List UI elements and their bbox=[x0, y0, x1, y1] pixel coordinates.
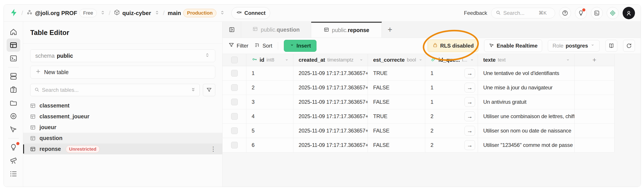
table-search[interactable] bbox=[30, 84, 200, 96]
breadcrumb-org[interactable]: @joli.org PROF Free bbox=[26, 9, 97, 17]
connect-button[interactable]: Connect bbox=[231, 7, 270, 19]
cell-est-correcte[interactable]: FALSE bbox=[368, 124, 425, 138]
cell-empty[interactable] bbox=[574, 124, 614, 138]
rail-table-editor-icon[interactable] bbox=[6, 39, 20, 52]
add-column-button[interactable]: + bbox=[574, 54, 614, 66]
filter-button[interactable]: Filter bbox=[228, 42, 248, 50]
table-list-item-classement[interactable]: classement bbox=[23, 100, 222, 111]
notifications-button[interactable] bbox=[575, 7, 587, 19]
insert-button[interactable]: Insert bbox=[284, 40, 316, 52]
global-search[interactable]: ⌘K bbox=[491, 8, 555, 18]
cell-texte[interactable]: Une mise à jour du navigateur bbox=[478, 80, 574, 95]
collapse-sidebar-icon[interactable] bbox=[222, 22, 241, 38]
new-table-button[interactable]: New table bbox=[30, 66, 215, 78]
row-checkbox[interactable] bbox=[222, 109, 246, 124]
foreign-key-arrow-button[interactable]: → bbox=[464, 126, 475, 136]
row-checkbox[interactable] bbox=[222, 80, 246, 95]
cell-created-at[interactable]: 2025-11-09 17:17:17.363657+00 bbox=[293, 109, 368, 124]
chevron-down-icon[interactable] bbox=[418, 57, 423, 62]
rail-edge-functions-icon[interactable] bbox=[6, 110, 20, 123]
cell-id-question[interactable]: 2→ bbox=[425, 109, 478, 124]
row-checkbox[interactable] bbox=[222, 95, 246, 109]
feedback-link[interactable]: Feedback bbox=[464, 10, 487, 16]
cell-id-question[interactable]: 1→ bbox=[425, 95, 478, 109]
supabase-logo-icon[interactable] bbox=[10, 8, 18, 18]
branching-diamond-button[interactable] bbox=[607, 7, 619, 19]
cell-id[interactable]: 4 bbox=[246, 109, 293, 124]
cell-texte[interactable]: Une tentative de vol d'identifiants bbox=[478, 66, 574, 80]
cell-est-correcte[interactable]: TRUE bbox=[368, 109, 425, 124]
rail-database-icon[interactable] bbox=[6, 70, 20, 83]
cell-est-correcte[interactable]: FALSE bbox=[368, 80, 425, 95]
cell-id-question[interactable]: 1→ bbox=[425, 66, 478, 80]
table-filter-button[interactable] bbox=[203, 84, 215, 96]
column-header-id-question[interactable]: id_que...i... bbox=[425, 54, 478, 66]
cell-texte[interactable]: Utiliser son nom ou date de naissance bbox=[478, 124, 574, 138]
rail-realtime-icon[interactable] bbox=[6, 123, 20, 136]
rail-storage-icon[interactable] bbox=[6, 96, 20, 110]
new-tab-button[interactable]: + bbox=[382, 22, 398, 38]
cell-id[interactable]: 2 bbox=[246, 80, 293, 95]
rail-authentication-icon[interactable] bbox=[6, 83, 20, 96]
double-chevron-down-icon[interactable] bbox=[190, 87, 196, 93]
cell-texte[interactable]: Utiliser "123456" comme mot de passe bbox=[478, 138, 574, 152]
cell-texte[interactable]: Utiliser une combinaison de lettres, chi… bbox=[478, 109, 574, 124]
help-button[interactable] bbox=[559, 7, 571, 19]
org-switcher-chevron-icon[interactable] bbox=[100, 10, 106, 16]
cell-id[interactable]: 5 bbox=[246, 124, 293, 138]
schema-select[interactable]: schema public bbox=[30, 49, 215, 62]
table-list-item-classement-joueur[interactable]: classement_joueur bbox=[23, 111, 222, 122]
chevron-down-icon[interactable] bbox=[284, 57, 289, 62]
column-header-id[interactable]: idint8 bbox=[246, 54, 293, 66]
cell-id[interactable]: 6 bbox=[246, 138, 293, 152]
rail-logs-icon[interactable] bbox=[6, 167, 20, 180]
cell-created-at[interactable]: 2025-11-09 17:17:17.363657+00 bbox=[293, 95, 368, 109]
chevron-down-icon[interactable] bbox=[359, 57, 364, 62]
cell-empty[interactable] bbox=[574, 109, 614, 124]
chevron-down-icon[interactable] bbox=[470, 57, 474, 62]
api-docs-button[interactable] bbox=[606, 40, 617, 52]
foreign-key-arrow-button[interactable]: → bbox=[464, 112, 475, 121]
cell-empty[interactable] bbox=[574, 66, 614, 80]
chevron-down-icon[interactable] bbox=[566, 57, 570, 62]
user-avatar[interactable] bbox=[622, 7, 635, 19]
breadcrumb-project[interactable]: quiz-cyber bbox=[114, 9, 151, 17]
cell-created-at[interactable]: 2025-11-09 17:17:17.363657+00 bbox=[293, 138, 368, 152]
tab-public-reponse[interactable]: public.reponse bbox=[311, 22, 382, 38]
project-switcher-chevron-icon[interactable] bbox=[154, 10, 160, 16]
rail-home-icon[interactable] bbox=[6, 25, 20, 39]
cell-empty[interactable] bbox=[574, 138, 614, 152]
column-header-est-correcte[interactable]: est_correctebool bbox=[368, 54, 425, 66]
cell-empty[interactable] bbox=[574, 80, 614, 95]
table-search-input[interactable] bbox=[42, 87, 188, 93]
table-list-item-question[interactable]: question bbox=[23, 133, 222, 144]
foreign-key-arrow-button[interactable]: → bbox=[464, 140, 475, 150]
sort-button[interactable]: Sort bbox=[254, 42, 272, 50]
refresh-button[interactable] bbox=[623, 40, 635, 52]
role-select[interactable]: Role postgres bbox=[548, 40, 600, 52]
cell-texte[interactable]: Un antivirus gratuit bbox=[478, 95, 574, 109]
cell-created-at[interactable]: 2025-11-09 17:17:17.363657+00 bbox=[293, 80, 368, 95]
tab-public-question[interactable]: public.question bbox=[241, 22, 311, 38]
cell-est-correcte[interactable]: TRUE bbox=[368, 66, 425, 80]
cell-est-correcte[interactable]: FALSE bbox=[368, 138, 425, 152]
cell-created-at[interactable]: 2025-11-09 17:17:17.363657+00 bbox=[293, 124, 368, 138]
foreign-key-arrow-button[interactable]: → bbox=[464, 83, 475, 92]
cell-id[interactable]: 1 bbox=[246, 66, 293, 80]
rail-reports-icon[interactable] bbox=[6, 154, 20, 167]
table-list-item-reponse[interactable]: reponse Unrestricted ⋮ bbox=[23, 144, 222, 154]
foreign-key-arrow-button[interactable]: → bbox=[464, 68, 475, 78]
column-header-texte[interactable]: textetext bbox=[478, 54, 574, 66]
cell-id-question[interactable]: 2→ bbox=[425, 124, 478, 138]
row-checkbox[interactable] bbox=[222, 66, 246, 80]
table-list-item-joueur[interactable]: joueur bbox=[23, 122, 222, 133]
cell-id-question[interactable]: 1→ bbox=[425, 80, 478, 95]
select-all-checkbox[interactable] bbox=[222, 54, 246, 66]
cell-id[interactable]: 3 bbox=[246, 95, 293, 109]
rail-advisors-icon[interactable] bbox=[6, 141, 20, 154]
cell-id-question[interactable]: 2→ bbox=[425, 138, 478, 152]
rls-disabled-button[interactable]: RLS disabled bbox=[428, 40, 478, 52]
breadcrumb-branch[interactable]: main Production bbox=[168, 9, 216, 17]
cell-created-at[interactable]: 2025-11-09 17:17:17.363657+00 bbox=[293, 66, 368, 80]
cell-empty[interactable] bbox=[574, 95, 614, 109]
